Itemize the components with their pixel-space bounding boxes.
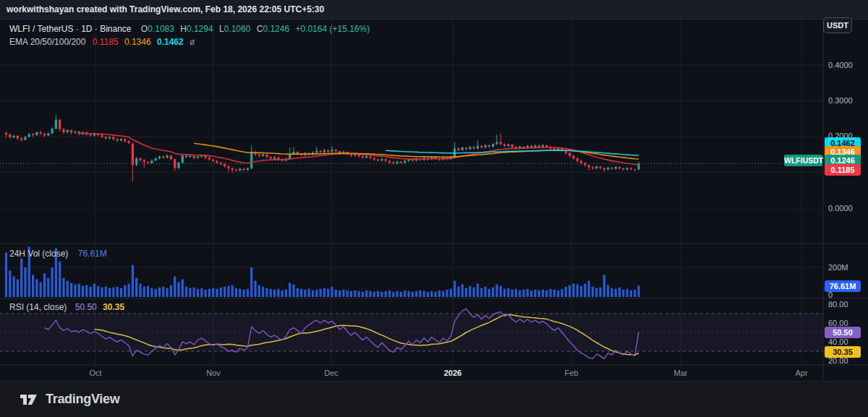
tradingview-logo-text: TradingView [46, 392, 119, 407]
ohlc-open-value: 0.1083 [148, 24, 174, 34]
tradingview-logo-link[interactable]: TradingView [20, 392, 119, 407]
time-axis-label: Dec [315, 369, 347, 377]
price-axis-tick: 0.0000 [828, 202, 853, 214]
ohlc-high-label: H [180, 24, 187, 34]
rsi-ma-value: 30.35 [103, 302, 124, 312]
ohlc-high-value: 0.1294 [187, 24, 213, 34]
volume-indicator-title[interactable]: 24H Vol (close) [9, 249, 68, 259]
price-axis-tick: 0.3000 [828, 95, 853, 106]
time-axis-label: Mar [665, 369, 697, 377]
price-axis-tick: 0.4000 [828, 59, 853, 71]
volume-legend: 24H Vol (close) 76.61M [9, 249, 107, 259]
ohlc-close-value: 0.1246 [263, 24, 289, 34]
time-axis-label: Nov [197, 369, 229, 377]
ema200-value: ø [190, 37, 195, 47]
ohlc-low-value: 0.1060 [224, 24, 251, 34]
change-value: +0.0164 (+15.16%) [295, 24, 370, 34]
rsi-legend: RSI (14, close) 50.50 30.35 [9, 302, 124, 312]
symbol-price-tag: WLFIUSDT [784, 155, 822, 166]
ema20-value: 0.1185 [93, 37, 119, 47]
rsi-value-tag: 50.50 [825, 327, 861, 338]
ohlc-low-label: L [219, 24, 224, 34]
main-legend: WLFI / TetherUS · 1D · Binance O0.1083 H… [9, 22, 370, 48]
bottom-toolbar: TradingView [0, 381, 868, 417]
ema100-value: 0.1462 [157, 37, 184, 47]
ema50-value: 0.1346 [124, 37, 151, 47]
rsi-axis-tick: 80.00 [828, 298, 848, 310]
time-axis-label: Feb [556, 369, 587, 377]
rsi-value-tag: 30.35 [825, 346, 861, 358]
symbol-title[interactable]: WLFI / TetherUS · 1D · Binance [9, 24, 132, 34]
volume-value: 76.61M [78, 249, 107, 259]
tradingview-widget: workwithshayan created with TradingView.… [0, 0, 868, 417]
ohlc-open-label: O [141, 24, 148, 34]
time-axis-label: Oct [80, 369, 111, 377]
tradingview-logo-icon [20, 394, 39, 405]
candlestick-chart[interactable] [0, 0, 868, 417]
ema-indicator-title[interactable]: EMA 20/50/100/200 [9, 37, 85, 47]
volume-value-tag: 76.61M [825, 280, 861, 292]
price-level-tag: 0.1185 [825, 164, 861, 176]
price-axis[interactable]: 0.40000.30000.20000.00000.14620.13460.12… [824, 20, 868, 381]
time-axis-label: Apr [786, 369, 817, 377]
rsi-value: 50.50 [75, 302, 97, 312]
time-axis-label: 2026 [437, 369, 469, 377]
volume-axis-tick: 200M [828, 262, 848, 273]
time-axis[interactable]: OctNovDec2026FebMarApr [0, 365, 823, 381]
rsi-indicator-title[interactable]: RSI (14, close) [9, 302, 67, 312]
